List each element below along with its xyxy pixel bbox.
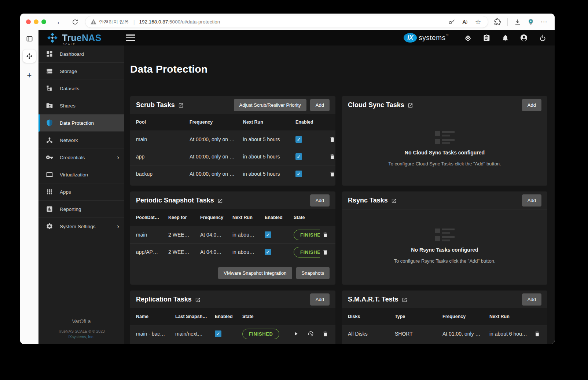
enabled-checkbox[interactable]: ✓ [295, 171, 302, 177]
favorite-star-icon[interactable]: ☆ [473, 17, 483, 27]
account-icon[interactable] [519, 33, 529, 43]
laptop-icon [45, 171, 54, 179]
enabled-checkbox[interactable]: ✓ [265, 249, 271, 255]
truenas-logo[interactable]: TrueNAS SCALE [47, 33, 102, 43]
security-status[interactable]: 안전하지 않음 [91, 19, 129, 25]
gear-icon [45, 222, 54, 230]
delete-trash-icon[interactable] [321, 230, 330, 239]
more-menu-icon[interactable]: ⋯ [539, 17, 550, 28]
sidebar-item-label: Apps [60, 189, 71, 195]
open-in-new-icon[interactable] [217, 198, 223, 204]
enabled-checkbox[interactable]: ✓ [215, 330, 221, 337]
close-window-button[interactable] [26, 19, 31, 24]
network-hub-icon [45, 136, 54, 144]
sidebar-item-label: Reporting [60, 207, 81, 212]
truecommand-layers-icon[interactable] [463, 33, 473, 43]
bar-chart-icon [45, 205, 54, 213]
column-header: Enabled [215, 314, 242, 319]
open-in-new-icon[interactable] [402, 297, 407, 303]
delete-trash-icon[interactable] [328, 169, 335, 178]
sidebar-item-credentials[interactable]: Credentials › [38, 149, 124, 166]
replication-table-row[interactable]: main - bac… main/next… ✓ FINISHED [130, 325, 335, 342]
new-tab-button[interactable]: + [27, 71, 32, 80]
sidebar-item-storage[interactable]: Storage [38, 63, 124, 80]
open-in-new-icon[interactable] [195, 297, 201, 303]
address-bar[interactable]: 안전하지 않음 | 192.168.0.87:5000/ui/data-prot… [85, 16, 488, 28]
sidebar-item-shares[interactable]: Shares [38, 97, 124, 114]
periodic-table-row[interactable]: app/AP… 2 WEE… At 04:0… in abou… ✓ FINIS… [130, 243, 335, 260]
replication-title: Replication Tasks [136, 296, 192, 303]
keep-for-cell: 2 WEE… [168, 249, 200, 255]
delete-trash-icon[interactable] [328, 135, 335, 144]
minimize-window-button[interactable] [34, 19, 38, 24]
sidebar-item-network[interactable]: Network [38, 132, 124, 149]
hamburger-menu-icon[interactable] [126, 34, 135, 41]
column-header: Enabled [295, 120, 328, 125]
scrub-table-row[interactable]: backup At 00:00, only on … in about 5 ho… [130, 165, 335, 182]
state-badge: FINISHED [242, 329, 279, 339]
smart-table-row[interactable]: All Disks SHORT At 01:00, only … in abou… [342, 325, 547, 342]
next-run-cell: in about 6 hou… [489, 331, 527, 337]
dashboard-icon [45, 50, 54, 58]
downloads-icon[interactable] [512, 17, 523, 28]
back-icon[interactable]: ← [54, 17, 65, 28]
delete-trash-icon[interactable] [533, 329, 541, 338]
scrub-table-row[interactable]: app At 00:00, only on … in about 5 hours… [130, 148, 335, 165]
column-header: Frequency [200, 215, 232, 220]
column-header: Last Snapsh… [175, 314, 215, 319]
sidebar-item-datasets[interactable]: Datasets [38, 80, 124, 97]
snapshots-button[interactable]: Snapshots [296, 267, 330, 279]
restore-history-icon[interactable] [306, 329, 315, 338]
read-aloud-icon[interactable]: A) [460, 17, 470, 27]
extensions-icon[interactable] [492, 17, 503, 28]
password-key-icon[interactable] [447, 17, 456, 27]
enabled-checkbox[interactable]: ✓ [295, 153, 302, 160]
active-tab-favicon[interactable] [23, 50, 36, 63]
keep-for-cell: 2 WEE… [168, 232, 200, 238]
open-in-new-icon[interactable] [391, 198, 397, 204]
sidebar-item-reporting[interactable]: Reporting [38, 201, 124, 218]
scrub-add-button[interactable]: Add [310, 99, 330, 111]
periodic-table-row[interactable]: main 2 WEE… At 04:0… in abou… ✓ FINISHED [130, 226, 335, 243]
adjust-scrub-resilver-button[interactable]: Adjust Scrub/Resilver Priority [234, 99, 306, 111]
maximize-window-button[interactable] [41, 19, 46, 24]
sidebar-item-apps[interactable]: Apps [38, 183, 124, 201]
cloud-sync-empty-state: No Cloud Sync Tasks configured To config… [342, 114, 547, 186]
scrub-tasks-title: Scrub Tasks [136, 101, 175, 109]
browser-tab-strip: + [20, 30, 38, 344]
app-header: TrueNAS SCALE iX systems™ [38, 30, 555, 45]
sidebar-item-virtualization[interactable]: Virtualization [38, 166, 124, 183]
sidebar-item-system-settings[interactable]: System Settings › [38, 218, 124, 235]
delete-trash-icon[interactable] [321, 248, 330, 256]
empty-title: No Cloud Sync Tasks configured [405, 150, 485, 156]
map-pin-extension-icon[interactable] [525, 17, 536, 28]
scrub-table-row[interactable]: main At 00:00, only on … in about 5 hour… [130, 131, 335, 148]
delete-trash-icon[interactable] [321, 329, 330, 338]
scrub-table-header: Pool Frequency Next Run Enabled [130, 114, 335, 131]
delete-trash-icon[interactable] [328, 152, 335, 161]
open-in-new-icon[interactable] [408, 103, 413, 108]
reload-icon[interactable] [70, 17, 81, 28]
sidebar-footer: VarOfLa TrueNAS SCALE ® © 2023 iXsystems… [38, 318, 124, 339]
cloud-sync-add-button[interactable]: Add [522, 99, 541, 111]
replication-add-button[interactable]: Add [310, 293, 330, 306]
frequency-cell: At 04:0… [200, 249, 232, 255]
periodic-add-button[interactable]: Add [310, 194, 330, 207]
vmware-snapshot-integration-button[interactable]: VMware Snapshot Integration [218, 267, 292, 279]
smart-add-button[interactable]: Add [522, 293, 541, 306]
smart-tests-title: S.M.A.R.T. Tests [348, 296, 398, 303]
power-icon[interactable] [538, 33, 547, 43]
jobs-clipboard-icon[interactable] [482, 33, 491, 43]
company-link[interactable]: iXsystems, Inc. [38, 335, 124, 339]
sidebar-item-dashboard[interactable]: Dashboard [38, 45, 124, 63]
notifications-bell-icon[interactable] [500, 33, 510, 43]
tab-actions-icon[interactable] [26, 35, 33, 44]
sidebar-item-data-protection[interactable]: Data Protection [38, 114, 124, 132]
open-in-new-icon[interactable] [178, 103, 184, 108]
column-header: Pool/Dat… [136, 215, 168, 220]
run-now-play-icon[interactable] [291, 329, 300, 338]
pool-cell: app [136, 154, 190, 160]
enabled-checkbox[interactable]: ✓ [295, 136, 302, 143]
enabled-checkbox[interactable]: ✓ [265, 231, 271, 238]
rsync-add-button[interactable]: Add [522, 194, 541, 207]
